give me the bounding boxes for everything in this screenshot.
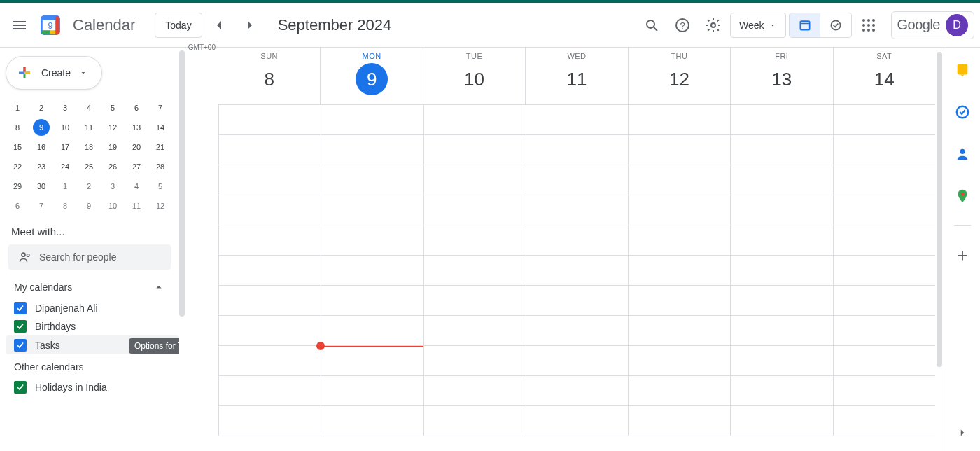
time-slot[interactable] [321,406,423,436]
time-slot[interactable] [218,316,321,345]
mini-day[interactable]: 8 [53,196,77,216]
collapse-panel-button[interactable] [950,420,975,445]
time-slot[interactable] [321,105,423,134]
time-slot[interactable] [730,195,832,225]
day-header[interactable]: TUE10 [423,48,525,104]
mini-day[interactable]: 7 [148,98,172,118]
mini-day[interactable]: 11 [125,196,148,216]
time-slot[interactable] [526,105,628,134]
time-slot[interactable] [628,316,730,345]
keep-button[interactable] [950,57,975,83]
calendar-item[interactable]: Holidays in India [6,378,179,396]
mini-day[interactable]: 10 [53,118,77,137]
calendar-item[interactable]: TasksOptions for Tasks [6,335,179,354]
mini-day[interactable]: 28 [148,157,172,176]
time-slot[interactable] [321,226,423,255]
mini-day[interactable]: 3 [53,98,77,118]
settings-button[interactable] [699,11,727,39]
time-slot[interactable] [218,195,321,225]
time-slot[interactable] [321,346,423,375]
time-slot[interactable] [424,135,526,165]
time-slot[interactable] [730,165,832,195]
day-of-month-label[interactable]: 13 [766,63,798,95]
time-slot[interactable] [424,286,526,315]
add-addon-button[interactable] [950,243,975,268]
time-slot[interactable] [424,226,526,255]
prev-period-button[interactable] [205,11,233,39]
time-slot[interactable] [218,105,321,134]
time-slot[interactable] [730,346,832,375]
hour-grid[interactable]: 7 AM8 AM9 AM10 AM11 AM12 PM1 PM2 PM3 PM4… [218,105,935,451]
google-apps-button[interactable] [855,11,883,39]
mini-day[interactable]: 13 [125,118,148,137]
my-calendars-header[interactable]: My calendars [6,270,179,299]
time-slot[interactable] [628,165,730,195]
time-slot[interactable] [218,165,321,195]
main-menu-button[interactable] [6,11,34,39]
mini-day[interactable]: 23 [29,157,53,176]
time-slot[interactable] [218,346,321,375]
time-slot[interactable] [730,316,832,345]
mini-day[interactable]: 2 [29,98,53,118]
mini-day[interactable]: 16 [29,137,53,157]
time-slot[interactable] [424,376,526,405]
time-slot[interactable] [730,105,832,134]
mini-day[interactable]: 11 [77,118,101,137]
mini-day[interactable]: 14 [148,118,172,137]
day-of-month-label[interactable]: 11 [561,63,593,95]
time-slot[interactable] [424,105,526,134]
mini-day[interactable]: 3 [101,176,125,196]
time-slot[interactable] [628,105,730,134]
user-avatar[interactable]: D [946,14,968,36]
day-of-month-label[interactable]: 8 [253,63,286,95]
time-slot[interactable] [833,165,935,195]
mini-day[interactable]: 17 [53,137,77,157]
time-slot[interactable] [321,165,423,195]
mini-day[interactable]: 5 [148,176,172,196]
time-slot[interactable] [628,286,730,315]
time-slot[interactable] [628,226,730,255]
time-slot[interactable] [730,135,832,165]
day-header[interactable]: SUN8 [218,48,320,104]
calendar-checkbox[interactable] [14,339,27,352]
mini-day[interactable]: 6 [125,98,148,118]
time-slot[interactable] [833,195,935,225]
tasks-mode-button[interactable] [820,13,851,37]
time-slot[interactable] [321,256,423,285]
time-slot[interactable] [526,165,628,195]
account-chip[interactable]: Google D [891,11,975,39]
time-slot[interactable] [628,376,730,405]
time-slot[interactable] [321,376,423,405]
mini-day[interactable]: 25 [77,157,101,176]
time-slot[interactable] [526,195,628,225]
mini-day[interactable]: 1 [6,98,29,118]
mini-day[interactable]: 6 [6,196,29,216]
time-slot[interactable] [218,286,321,315]
create-button[interactable]: Create [6,56,102,90]
time-slot[interactable] [526,286,628,315]
mini-day[interactable]: 24 [53,157,77,176]
time-slot[interactable] [424,406,526,436]
time-slot[interactable] [526,226,628,255]
time-slot[interactable] [218,406,321,436]
mini-day[interactable]: 10 [101,196,125,216]
mini-day[interactable]: 26 [101,157,125,176]
mini-day[interactable]: 18 [77,137,101,157]
mini-day[interactable]: 27 [125,157,148,176]
mini-day[interactable]: 30 [29,176,53,196]
mini-day[interactable]: 2 [77,176,101,196]
mini-day[interactable]: 12 [101,118,125,137]
time-slot[interactable] [424,165,526,195]
day-of-month-label[interactable]: 10 [458,63,491,95]
mini-day[interactable]: 15 [6,137,29,157]
grid-scrollbar[interactable] [935,48,944,451]
calendar-checkbox[interactable] [14,381,27,394]
day-of-month-label[interactable]: 9 [356,63,388,95]
mini-day[interactable]: 20 [125,137,148,157]
time-slot[interactable] [218,135,321,165]
mini-day[interactable]: 9 [29,118,53,137]
time-slot[interactable] [321,286,423,315]
time-slot[interactable] [321,195,423,225]
mini-calendar[interactable]: 1234567891011121314151617181920212223242… [6,98,174,216]
time-slot[interactable] [833,346,935,375]
